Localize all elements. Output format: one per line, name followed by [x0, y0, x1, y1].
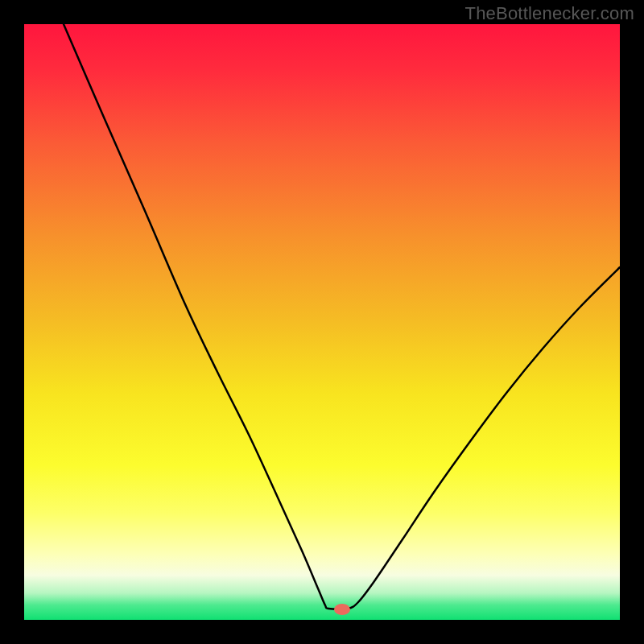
- plot-area: [24, 24, 620, 620]
- chart-frame: TheBottlenecker.com: [0, 0, 644, 644]
- optimal-point-marker: [334, 604, 350, 615]
- gradient-background: [24, 24, 620, 620]
- watermark-text: TheBottlenecker.com: [465, 3, 634, 24]
- plot-svg: [24, 24, 620, 620]
